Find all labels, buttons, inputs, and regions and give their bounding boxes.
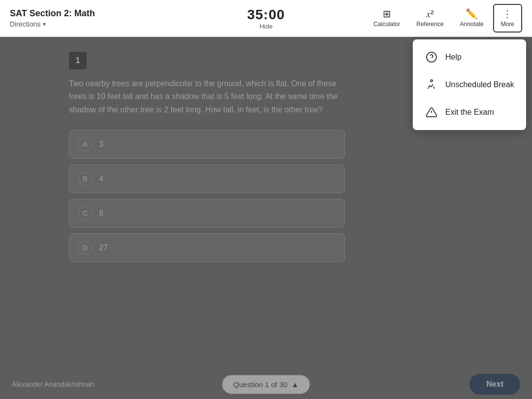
more-dropdown-menu: Help Unscheduled Break Exit the Exam (413, 39, 526, 130)
reference-label: Reference (416, 21, 443, 28)
more-label: More (501, 21, 514, 28)
break-icon (425, 79, 438, 91)
help-label: Help (445, 53, 462, 62)
header-left: SAT Section 2: Math Directions ▾ (10, 8, 247, 28)
app-header: SAT Section 2: Math Directions ▾ 35:00 H… (0, 0, 532, 37)
directions-label: Directions (10, 20, 40, 28)
more-icon: ⋮ (502, 9, 512, 19)
menu-item-help[interactable]: Help (413, 43, 526, 71)
calculator-icon: ⊞ (383, 9, 391, 19)
more-button[interactable]: ⋮ More (493, 4, 522, 33)
exit-icon (425, 106, 438, 118)
menu-item-break[interactable]: Unscheduled Break (413, 71, 526, 99)
svg-point-2 (431, 80, 432, 82)
header-actions: ⊞ Calculator 𝑥² Reference ✏️ Annotate ⋮ … (285, 4, 522, 33)
directions-dropdown[interactable]: Directions ▾ (10, 20, 247, 28)
annotate-button[interactable]: ✏️ Annotate (453, 5, 491, 32)
break-label: Unscheduled Break (445, 80, 514, 89)
reference-icon: 𝑥² (426, 9, 434, 19)
section-title: SAT Section 2: Math (10, 8, 247, 19)
help-icon (425, 51, 438, 63)
annotate-label: Annotate (460, 21, 484, 28)
reference-button[interactable]: 𝑥² Reference (409, 5, 450, 32)
hide-label[interactable]: Hide (260, 23, 273, 30)
exit-label: Exit the Exam (445, 108, 494, 117)
calculator-button[interactable]: ⊞ Calculator (366, 5, 407, 32)
timer-section: 35:00 Hide (247, 7, 285, 30)
countdown-timer: 35:00 (247, 7, 285, 23)
menu-item-exit[interactable]: Exit the Exam (413, 99, 526, 126)
chevron-down-icon: ▾ (43, 21, 46, 28)
calculator-label: Calculator (373, 21, 400, 28)
annotate-icon: ✏️ (466, 9, 478, 19)
